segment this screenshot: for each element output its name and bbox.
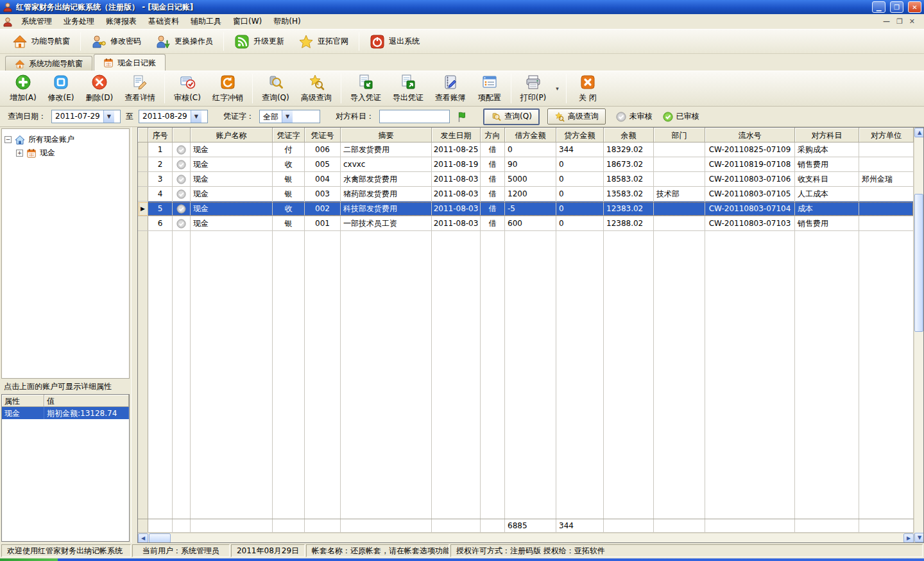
action-button-adv-search[interactable]: 高级查询: [295, 72, 338, 105]
column-header[interactable]: 凭证号: [305, 128, 341, 142]
column-header[interactable]: 流水号: [705, 128, 795, 142]
column-header[interactable]: 方向: [481, 128, 505, 142]
column-header[interactable]: 凭证字: [273, 128, 305, 142]
toolbar-button-user-switch[interactable]: 更换操作员: [148, 31, 220, 52]
column-header[interactable]: 对方单位: [859, 128, 914, 142]
cell-credit: 0: [556, 157, 604, 171]
menu-item[interactable]: 帮助(H): [268, 14, 306, 29]
user-switch-icon: [155, 34, 171, 49]
date-from-picker[interactable]: 2011-07-29 ▼: [51, 110, 121, 123]
menu-item[interactable]: 辅助工具: [185, 14, 227, 29]
action-button-audit[interactable]: 审核(C): [168, 72, 207, 105]
horizontal-scrollbar[interactable]: ◀ ▶: [138, 533, 914, 542]
totals-cell: [191, 519, 273, 532]
tree-node-all-cash-accounts[interactable]: − 所有现金账户: [4, 133, 126, 146]
scroll-up-icon[interactable]: ▲: [914, 128, 924, 137]
star-search-icon: [554, 112, 565, 122]
toolbar-button-exit[interactable]: 退出系统: [363, 31, 427, 52]
menu-item[interactable]: 系统管理: [15, 14, 58, 29]
advanced-query-button[interactable]: 高级查询: [547, 108, 606, 125]
action-button-config[interactable]: 项配置: [472, 72, 508, 105]
cell-credit: 0: [556, 202, 604, 216]
action-button-book[interactable]: 查看账簿: [429, 72, 472, 105]
column-header[interactable]: 账户名称: [191, 128, 273, 142]
column-header[interactable]: 部门: [654, 128, 705, 142]
action-button-close-x[interactable]: 关 闭: [570, 72, 606, 105]
expand-icon[interactable]: +: [16, 150, 23, 157]
close-button[interactable]: ✕: [908, 1, 921, 13]
action-button-edit[interactable]: 修改(E): [42, 72, 80, 105]
restore-button[interactable]: ❐: [890, 1, 903, 13]
toolbar-button-rss[interactable]: 升级更新: [227, 31, 291, 52]
chevron-down-icon[interactable]: ▼: [191, 110, 201, 123]
query-button[interactable]: 查询(Q): [483, 108, 540, 125]
toolbar-button-user-key[interactable]: 修改密码: [84, 31, 148, 52]
column-header[interactable]: 摘要: [341, 128, 432, 142]
counter-subject-input[interactable]: [379, 110, 450, 123]
column-header[interactable]: 序号: [148, 128, 173, 142]
cell-debit: -5: [505, 202, 556, 216]
flag-icon[interactable]: [456, 111, 468, 123]
tab[interactable]: 现金日记账: [94, 54, 166, 71]
column-header-blank[interactable]: [138, 128, 148, 142]
print-dropdown-icon[interactable]: ▾: [552, 85, 563, 92]
audit-icon: [179, 74, 196, 91]
collapse-icon[interactable]: −: [4, 136, 12, 143]
column-header[interactable]: 贷方金额: [556, 128, 604, 142]
cell-date: 2011-08-25: [432, 142, 481, 157]
toolbar-button-home[interactable]: 功能导航窗: [5, 31, 77, 52]
column-header[interactable]: 余额: [604, 128, 654, 142]
scroll-left-icon[interactable]: ◀: [138, 533, 148, 542]
action-button-label: 删除(D): [86, 92, 114, 103]
date-to-picker[interactable]: 2011-08-29 ▼: [139, 110, 208, 123]
scroll-right-icon[interactable]: ▶: [903, 533, 914, 542]
table-row[interactable]: 3现金银004水禽部发货费用2011-08-03借5000018583.02CW…: [138, 172, 914, 187]
action-button-red-reverse[interactable]: 红字冲销: [207, 72, 249, 105]
cell-account: 现金: [191, 142, 273, 157]
row-marker: ▶: [138, 202, 148, 216]
mdi-minimize-icon[interactable]: —: [883, 17, 890, 26]
review-status-cell: [173, 157, 191, 171]
totals-cell: [432, 519, 481, 532]
scroll-down-icon[interactable]: ▼: [914, 533, 924, 542]
column-header[interactable]: 发生日期: [432, 128, 481, 142]
table-row[interactable]: 1现金付006二部发货费用2011-08-25借034418329.02CW-2…: [138, 142, 914, 157]
action-button-print[interactable]: 打印(P): [515, 72, 552, 105]
menu-item[interactable]: 账簿报表: [100, 14, 142, 29]
chevron-down-icon[interactable]: ▼: [282, 110, 293, 123]
hscroll-track[interactable]: [171, 533, 903, 542]
table-row[interactable]: ▶5现金收002科技部发货费用2011-08-03借-5012383.02CW-…: [138, 202, 914, 216]
voucher-word-select[interactable]: 全部 ▼: [259, 110, 320, 123]
action-button-import[interactable]: 导入凭证: [345, 72, 387, 105]
vscroll-track[interactable]: [914, 137, 923, 533]
column-header[interactable]: 借方金额: [505, 128, 556, 142]
tab[interactable]: 系统功能导航窗: [5, 56, 92, 71]
menu-item[interactable]: 业务处理: [58, 14, 100, 29]
chevron-down-icon[interactable]: ▼: [103, 110, 114, 123]
tree-node-cash[interactable]: + 现金: [4, 146, 126, 160]
table-row[interactable]: 4现金银003猪药部发货费用2011-08-03借1200013583.02技术…: [138, 187, 914, 202]
menu-item[interactable]: 窗口(W): [227, 14, 268, 29]
action-button-del[interactable]: 删除(D): [80, 72, 119, 105]
action-button-export[interactable]: 导出凭证: [387, 72, 429, 105]
vscroll-thumb[interactable]: [914, 194, 923, 332]
column-header-blank[interactable]: [173, 128, 191, 142]
toolbar-button-star[interactable]: 亚拓官网: [291, 31, 355, 52]
minimize-button[interactable]: ▁: [872, 1, 886, 13]
title-bar: 红管家财务出纳记账系统（注册版） - [现金日记账] ▁ ❐ ✕: [0, 0, 924, 14]
panel-splitter[interactable]: [132, 127, 137, 543]
hscroll-thumb[interactable]: [149, 533, 171, 542]
menu-item[interactable]: 基础资料: [142, 14, 185, 29]
column-header[interactable]: 对方科目: [795, 128, 859, 142]
action-button-search[interactable]: 查询(Q): [256, 72, 295, 105]
cell-no: 004: [305, 172, 341, 186]
cell-debit: 0: [505, 142, 556, 157]
table-row[interactable]: 6现金银001一部技术员工资2011-08-03借600012388.02CW-…: [138, 216, 914, 231]
mdi-restore-icon[interactable]: ❐: [896, 17, 903, 26]
table-row[interactable]: 2现金收005cxvxc2011-08-19借90018673.02CW-201…: [138, 157, 914, 172]
property-row[interactable]: 现金 期初金额:13128.74: [2, 407, 129, 419]
mdi-close-icon[interactable]: ✕: [909, 17, 915, 26]
vertical-scrollbar[interactable]: ▲ ▼: [914, 128, 923, 542]
action-button-add[interactable]: 增加(A): [4, 72, 42, 105]
action-button-detail[interactable]: 查看详情: [119, 72, 161, 105]
